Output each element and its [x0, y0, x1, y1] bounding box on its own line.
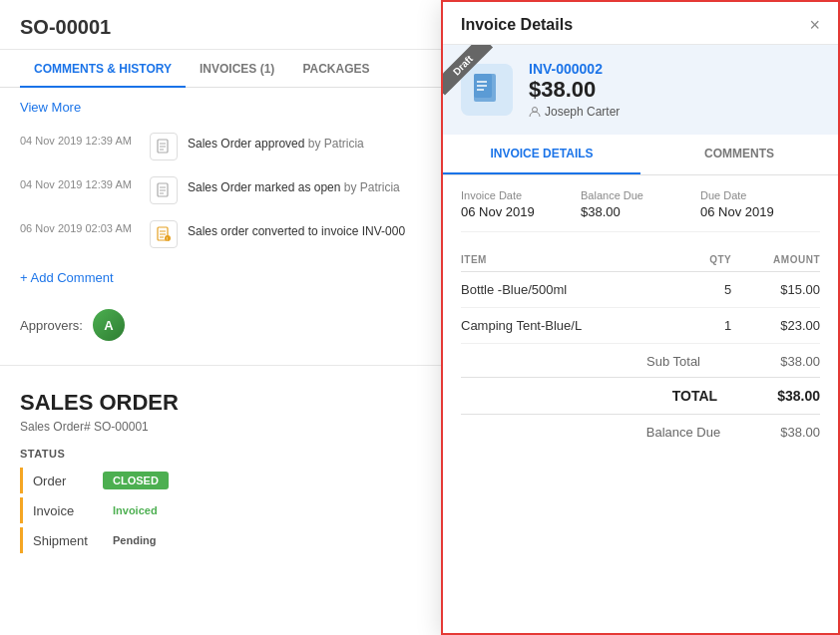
status-section-label: STATUS	[20, 448, 423, 460]
history-text: Sales Order marked as open by Patricia	[188, 176, 400, 194]
history-item: 04 Nov 2019 12:39 AM Sales Order marked …	[0, 168, 443, 212]
close-icon[interactable]: ×	[809, 16, 820, 34]
modal-tab-invoice-details[interactable]: INVOICE DETAILS	[443, 135, 640, 174]
table-row: Camping Tent-Blue/L 1 $23.00	[461, 308, 820, 344]
item-name: Camping Tent-Blue/L	[461, 308, 689, 344]
invoice-date-col: Invoice Date 06 Nov 2019	[461, 189, 581, 219]
history-icon	[150, 176, 178, 204]
total-label: TOTAL	[672, 388, 717, 404]
draft-ribbon: Draft	[443, 45, 503, 105]
col-amount-header: AMOUNT	[731, 248, 820, 272]
invoice-hero: Draft INV-000002 $38.00 Joseph Carter	[443, 45, 838, 135]
modal-tab-comments[interactable]: COMMENTS	[640, 135, 838, 174]
status-section: STATUS Order CLOSED Invoice Invoiced Shi…	[20, 448, 423, 553]
history-item: 06 Nov 2019 02:03 AM ! Sales order conve…	[0, 212, 443, 256]
invoice-modal: Invoice Details × Draft INV-000002 $38.0…	[441, 0, 840, 635]
total-value: $38.00	[777, 388, 820, 404]
sales-order-section: SALES ORDER Sales Order# SO-00001 STATUS…	[0, 365, 443, 567]
history-icon	[150, 133, 178, 160]
col-item-header: ITEM	[461, 248, 689, 272]
invoice-date-value: 06 Nov 2019	[461, 204, 581, 219]
invoice-number: INV-000002	[529, 61, 620, 77]
balance-row: Balance Due $38.00	[461, 415, 820, 450]
col-qty-header: QTY	[689, 248, 731, 272]
modal-body: Invoice Date 06 Nov 2019 Balance Due $38…	[443, 175, 838, 633]
status-name-invoice: Invoice	[33, 503, 103, 518]
item-amount: $23.00	[731, 308, 820, 344]
modal-header: Invoice Details ×	[443, 2, 838, 45]
status-badge-order: CLOSED	[103, 472, 169, 489]
item-amount: $15.00	[731, 272, 820, 308]
svg-text:!: !	[167, 236, 168, 242]
status-row-shipment: Shipment Pending	[20, 527, 423, 553]
subtotal-label: Sub Total	[646, 354, 700, 369]
sales-order-subtitle: Sales Order# SO-00001	[20, 420, 423, 434]
status-name-shipment: Shipment	[33, 533, 103, 548]
due-date-value: 06 Nov 2019	[700, 204, 820, 219]
modal-title: Invoice Details	[461, 16, 573, 34]
draft-ribbon-label: Draft	[443, 45, 493, 96]
tab-packages[interactable]: PACKAGES	[288, 50, 383, 88]
status-row-invoice: Invoice Invoiced	[20, 497, 423, 523]
tab-comments-history[interactable]: COMMENTS & HISTORY	[20, 50, 186, 88]
item-qty: 5	[689, 272, 731, 308]
history-timestamp: 06 Nov 2019 02:03 AM	[20, 220, 140, 234]
item-name: Bottle -Blue/500ml	[461, 272, 689, 308]
due-date-col: Due Date 06 Nov 2019	[700, 189, 820, 219]
modal-tabs: INVOICE DETAILS COMMENTS	[443, 135, 838, 175]
history-list: 04 Nov 2019 12:39 AM Sales Order approve…	[0, 121, 443, 260]
tab-invoices[interactable]: INVOICES (1)	[186, 50, 288, 88]
status-row-order: Order CLOSED	[20, 468, 423, 493]
add-comment-link[interactable]: + Add Comment	[0, 260, 443, 295]
history-text: Sales Order approved by Patricia	[188, 133, 364, 151]
balance-value: $38.00	[780, 425, 820, 440]
balance-label: Balance Due	[646, 425, 720, 440]
item-qty: 1	[689, 308, 731, 344]
view-more-link[interactable]: View More	[0, 88, 443, 121]
history-icon: !	[150, 220, 178, 248]
approvers-section: Approvers: A	[0, 295, 443, 355]
subtotal-row: Sub Total $38.00	[461, 344, 820, 373]
history-timestamp: 04 Nov 2019 12:39 AM	[20, 176, 140, 190]
balance-due-col: Balance Due $38.00	[581, 189, 700, 219]
left-panel: SO-00001 COMMENTS & HISTORY INVOICES (1)…	[0, 0, 444, 635]
status-badge-invoice: Invoiced	[103, 501, 168, 519]
invoice-info: INV-000002 $38.00 Joseph Carter	[529, 61, 620, 119]
invoice-detail-row: Invoice Date 06 Nov 2019 Balance Due $38…	[461, 189, 820, 232]
page-title: SO-00001	[0, 0, 443, 50]
history-text: Sales order converted to invoice INV-000	[188, 220, 405, 238]
subtotal-value: $38.00	[760, 354, 820, 369]
table-row: Bottle -Blue/500ml 5 $15.00	[461, 272, 820, 308]
items-table: ITEM QTY AMOUNT Bottle -Blue/500ml 5 $15…	[461, 248, 820, 344]
approvers-label: Approvers:	[20, 318, 83, 333]
balance-due-value: $38.00	[581, 204, 700, 219]
invoice-customer: Joseph Carter	[529, 105, 620, 119]
status-name-order: Order	[33, 474, 103, 488]
total-row: TOTAL $38.00	[461, 377, 820, 415]
due-date-label: Due Date	[700, 189, 820, 201]
invoice-amount: $38.00	[529, 77, 620, 103]
history-timestamp: 04 Nov 2019 12:39 AM	[20, 133, 140, 147]
tabs-bar: COMMENTS & HISTORY INVOICES (1) PACKAGES	[0, 50, 443, 88]
history-item: 04 Nov 2019 12:39 AM Sales Order approve…	[0, 125, 443, 168]
approver-avatar: A	[93, 309, 125, 341]
invoice-date-label: Invoice Date	[461, 189, 581, 201]
status-badge-shipment: Pending	[103, 531, 166, 549]
balance-due-label: Balance Due	[581, 189, 700, 201]
sales-order-title: SALES ORDER	[20, 390, 423, 416]
